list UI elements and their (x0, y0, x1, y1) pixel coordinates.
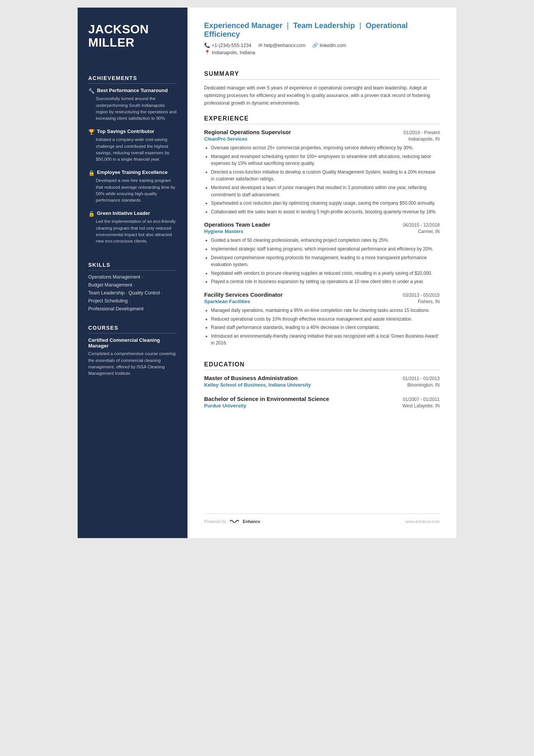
location-contact: 📍 Indianapolis, Indiana (204, 50, 255, 55)
experience-section-title: EXPERIENCE (204, 115, 440, 124)
school-row: Purdue University West Lafayette, IN (204, 403, 440, 409)
resume-header: Experienced Manager | Team Leadership | … (204, 21, 440, 57)
summary-section-title: SUMMARY (204, 70, 440, 80)
bullet-item: Oversaw operations across 25+ commercial… (211, 144, 440, 152)
achievement-title: 🔒 Green Initiative Leader (88, 210, 177, 217)
separator: | (359, 21, 361, 30)
company-location: Carmel, IN (418, 229, 440, 234)
achievement-desc: Successfully turned around the underperf… (88, 95, 177, 122)
achievement-desc: Initiated a company-wide cost-saving cha… (88, 136, 177, 163)
bullet-item: Raised staff performance standards, lead… (211, 324, 440, 331)
sidebar: JACKSON MILLER ACHIEVEMENTS 🔧 Best Perfo… (78, 8, 187, 538)
bullet-item: Played a central role in business expans… (211, 278, 440, 285)
achievement-item: 🔧 Best Performance Turnaround Successful… (88, 88, 177, 122)
separator: | (287, 21, 289, 30)
achievement-title: 🏆 Top Savings Contributor (88, 128, 177, 135)
company-name: Sparklean Facilities (204, 299, 250, 304)
company-location: Fishers, IN (418, 299, 440, 304)
job-header: Facility Services Coordinator 03/2013 - … (204, 291, 440, 298)
education-item: Master of Business Administration 01/201… (204, 375, 440, 390)
job-bullets: Managed daily operations, maintaining a … (204, 307, 440, 347)
school-name: Purdue University (204, 403, 246, 409)
skill-item: Operations Management · (88, 274, 177, 280)
achievement-title: 🔒 Employee Training Excellence (88, 169, 177, 176)
edu-dates: 01/2007 - 01/2011 (403, 397, 440, 402)
bullet-item: Reduced operational costs by 10% through… (211, 316, 440, 323)
enhancv-logo-icon (228, 518, 240, 524)
school-location: West Lafayette, IN (403, 403, 440, 409)
job-item: Regional Operations Supervisor 01/2019 -… (204, 129, 440, 221)
email-icon: ✉ (258, 42, 262, 48)
school-location: Bloomington, IN (408, 382, 440, 388)
trophy-icon: 🏆 (88, 129, 95, 135)
resume-container: JACKSON MILLER ACHIEVEMENTS 🔧 Best Perfo… (78, 8, 456, 538)
phone-icon: 📞 (204, 42, 210, 48)
course-title: Certified Commercial Cleaning Manager (88, 337, 177, 349)
lock-icon: 🔒 (88, 170, 95, 176)
bullet-item: Managed daily operations, maintaining a … (211, 307, 440, 314)
company-row: Sparklean Facilities Fishers, IN (204, 299, 440, 304)
job-header: Operations Team Leader 06/2015 - 12/2018 (204, 221, 440, 228)
edu-dates: 01/2011 - 01/2013 (403, 376, 440, 381)
linkedin-icon: 🔗 (312, 42, 318, 48)
skill-item: Professional Development (88, 306, 177, 311)
skill-item: Team Leadership · Quality Control · (88, 290, 177, 296)
candidate-name: JACKSON MILLER (88, 23, 177, 49)
achievement-item: 🏆 Top Savings Contributor Initiated a co… (88, 128, 177, 163)
contact-row: 📞 +1-(234)-555-1234 ✉ help@enhancv.com 🔗… (204, 42, 440, 48)
company-location: Indianapolis, IN (408, 136, 440, 142)
location-icon: 📍 (204, 50, 210, 55)
bullet-item: Managed and revamped scheduling system f… (211, 153, 440, 167)
achievements-section-title: ACHIEVEMENTS (88, 75, 177, 84)
school-name: Kelley School of Business, Indiana Unive… (204, 382, 311, 388)
skill-item: Project Scheduling · (88, 298, 177, 304)
linkedin-contact: 🔗 linkedin.com (312, 42, 346, 48)
achievement-item: 🔒 Employee Training Excellence Developed… (88, 169, 177, 203)
degree-title: Bachelor of Science in Environmental Sci… (204, 396, 329, 402)
phone-contact: 📞 +1-(234)-555-1234 (204, 42, 251, 48)
job-item: Facility Services Coordinator 03/2013 - … (204, 291, 440, 353)
achievement-desc: Led the implementation of an eco-friendl… (88, 218, 177, 244)
location-row: 📍 Indianapolis, Indiana (204, 50, 440, 55)
degree-title: Master of Business Administration (204, 375, 298, 381)
footer-logo: Powered by Enhancv (204, 518, 260, 524)
edu-header: Bachelor of Science in Environmental Sci… (204, 396, 440, 402)
resume-footer: Powered by Enhancv www.enhancv.com (204, 513, 440, 524)
bullet-item: Implemented strategic staff training pro… (211, 246, 440, 253)
company-row: CleanPro Services Indianapolis, IN (204, 136, 440, 142)
achievement-desc: Developed a new hire training program th… (88, 177, 177, 203)
summary-text: Dedicated manager with over 5 years of e… (204, 84, 440, 107)
bullet-item: Introduced an environmentally-friendly c… (211, 333, 440, 347)
bullet-item: Negotiated with vendors to procure clean… (211, 270, 440, 277)
job-title: Facility Services Coordinator (204, 291, 283, 298)
company-name: CleanPro Services (204, 136, 247, 142)
skills-list: Operations Management · Budget Managemen… (88, 274, 177, 314)
bullet-item: Directed a cross-function initiative to … (211, 169, 440, 183)
bullet-item: Mentored and developed a team of junior … (211, 184, 440, 198)
edu-header: Master of Business Administration 01/201… (204, 375, 440, 381)
achievements-list: 🔧 Best Performance Turnaround Successful… (88, 88, 177, 251)
course-item: Certified Commercial Cleaning Manager Co… (88, 337, 177, 377)
job-dates: 06/2015 - 12/2018 (403, 222, 440, 228)
achievement-title: 🔧 Best Performance Turnaround (88, 88, 177, 94)
achievement-icon: 🔧 (88, 88, 95, 94)
header-title: Experienced Manager | Team Leadership | … (204, 21, 440, 39)
job-bullets: Guided a team of 50 cleaning professiona… (204, 237, 440, 285)
education-item: Bachelor of Science in Environmental Sci… (204, 396, 440, 411)
job-item: Operations Team Leader 06/2015 - 12/2018… (204, 221, 440, 291)
job-dates: 01/2019 - Present (404, 130, 440, 135)
company-name: Hygiene Masters (204, 229, 243, 234)
courses-section-title: COURSES (88, 325, 177, 333)
email-contact: ✉ help@enhancv.com (258, 42, 306, 48)
course-desc: Completed a comprehensive course coverin… (88, 351, 177, 377)
leaf-icon: 🔒 (88, 211, 95, 217)
job-bullets: Oversaw operations across 25+ commercial… (204, 144, 440, 215)
job-dates: 03/2013 - 05/2015 (403, 293, 440, 298)
main-content: Experienced Manager | Team Leadership | … (187, 8, 456, 538)
bullet-item: Collaborated with the sales team to assi… (211, 208, 440, 216)
job-header: Regional Operations Supervisor 01/2019 -… (204, 129, 440, 135)
job-title: Regional Operations Supervisor (204, 129, 291, 135)
bullet-item: Spearheaded a cost reduction plan by opt… (211, 200, 440, 207)
achievement-item: 🔒 Green Initiative Leader Led the implem… (88, 210, 177, 244)
bullet-item: Guided a team of 50 cleaning professiona… (211, 237, 440, 244)
